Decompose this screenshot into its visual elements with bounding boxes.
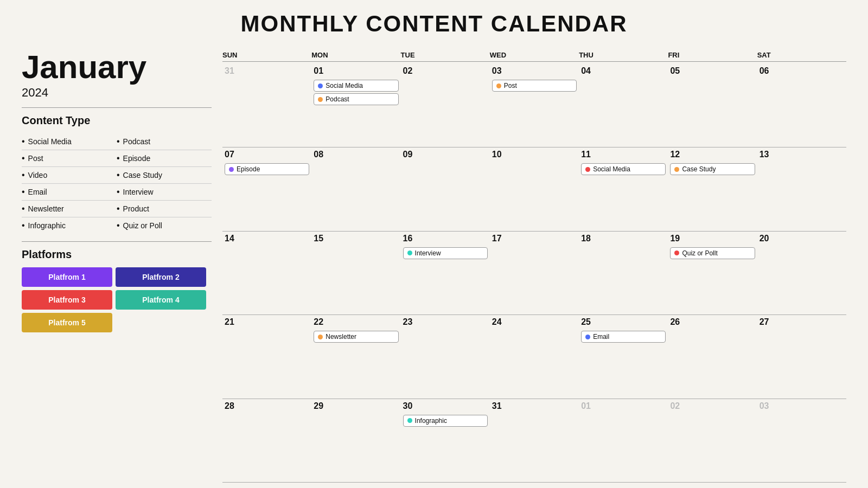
calendar-grid: 3101Social MediaPodcast0203Post04050607E… [222, 64, 846, 483]
platforms-heading: Platforms [22, 248, 212, 261]
calendar-date: 29 [314, 401, 398, 411]
calendar-cell: 28 [222, 399, 311, 483]
content-type-label: Email [28, 188, 47, 196]
calendar-day-header: THU [579, 51, 668, 62]
calendar-date: 02 [403, 66, 488, 76]
platform-button-1[interactable]: Platfrom 1 [22, 267, 112, 287]
content-type-grid: •Social Media•Post•Video•Email•Newslette… [22, 133, 212, 234]
content-col-2: •Podcast•Episode•Case Study•Interview•Pr… [117, 133, 212, 234]
calendar-date: 01 [581, 401, 666, 411]
event-dot-icon [674, 251, 679, 255]
event-dot-icon [674, 167, 679, 172]
content-type-label: Video [28, 171, 48, 179]
event-label: Interview [415, 249, 441, 257]
event-badge: Infographic [403, 415, 488, 427]
calendar-date: 10 [492, 150, 577, 159]
divider-1 [22, 107, 212, 108]
event-badge: Interview [403, 247, 488, 259]
content-type-item: •Case Study [117, 167, 212, 184]
event-label: Quiz or Pollt [682, 249, 717, 257]
calendar-cell: 21 [222, 315, 311, 399]
calendar-date: 26 [670, 317, 755, 327]
calendar-date: 25 [581, 317, 666, 327]
calendar-date: 20 [760, 234, 844, 243]
event-dot-icon [585, 167, 590, 172]
calendar-date: 05 [670, 66, 755, 76]
event-dot-icon [318, 335, 323, 339]
bullet-icon: • [117, 221, 120, 230]
year: 2024 [22, 86, 212, 100]
content-type-item: •Post [22, 150, 117, 167]
calendar-date: 15 [314, 234, 398, 243]
content-type-item: •Podcast [117, 133, 212, 150]
calendar-date: 23 [403, 317, 488, 327]
calendar-day-header: TUE [401, 51, 490, 62]
page: MONTHLY CONTENT CALENDAR January 2024 Co… [0, 0, 868, 488]
calendar-day-header: WED [490, 51, 579, 62]
calendar-day-header: FRI [668, 51, 757, 62]
platform-button-2[interactable]: Platfrom 2 [116, 267, 206, 287]
calendar-cell: 29 [311, 399, 400, 483]
content-type-item: •Video [22, 167, 117, 184]
event-label: Episode [237, 165, 260, 173]
calendar-date: 28 [225, 401, 309, 411]
calendar-cell: 05 [668, 64, 757, 147]
content-type-label: Interview [123, 188, 154, 196]
calendar-cell: 01Social MediaPodcast [311, 64, 400, 147]
calendar-cell: 20 [757, 232, 846, 315]
calendar-day-header: SUN [222, 51, 311, 62]
event-dot-icon [407, 418, 412, 423]
calendar-cell: 23 [401, 315, 490, 399]
calendar-cell: 15 [311, 232, 400, 315]
platform-button-5[interactable]: Platfrom 5 [22, 313, 112, 332]
content-type-label: Episode [123, 154, 151, 163]
calendar-cell: 31 [490, 399, 579, 483]
content-type-label: Product [123, 204, 149, 213]
content-type-item: •Infographic [22, 217, 117, 234]
calendar-date: 03 [492, 66, 577, 76]
calendar-cell: 18 [579, 232, 668, 315]
calendar-date: 22 [314, 317, 398, 327]
event-badge: Quiz or Pollt [670, 247, 755, 259]
content-type-item: •Email [22, 184, 117, 201]
content-type-label: Social Media [28, 137, 72, 146]
event-label: Newsletter [326, 333, 356, 341]
calendar-cell: 02 [668, 399, 757, 483]
calendar-cell: 10 [490, 147, 579, 231]
content-type-label: Case Study [123, 171, 162, 179]
bullet-icon: • [22, 187, 25, 197]
calendar-cell: 19Quiz or Pollt [668, 232, 757, 315]
platform-button-3[interactable]: Platfrom 3 [22, 290, 112, 310]
event-dot-icon [585, 335, 590, 339]
calendar-date: 17 [492, 234, 577, 243]
calendar-cell: 01 [579, 399, 668, 483]
calendar-date: 06 [760, 66, 844, 76]
calendar-date: 30 [403, 401, 488, 411]
calendar-cell: 06 [757, 64, 846, 147]
bullet-icon: • [117, 170, 120, 180]
calendar-date: 01 [314, 66, 398, 76]
content-type-item: •Social Media [22, 133, 117, 150]
bullet-icon: • [117, 137, 120, 146]
calendar-date: 11 [581, 150, 666, 159]
event-label: Podcast [326, 95, 349, 103]
calendar-header: SUNMONTUEWEDTHUFRISAT [222, 51, 846, 62]
calendar-cell: 14 [222, 232, 311, 315]
bullet-icon: • [22, 170, 25, 180]
event-badge: Post [492, 80, 577, 92]
content-type-label: Newsletter [28, 204, 64, 213]
platform-button-4[interactable]: Platfrom 4 [116, 290, 206, 310]
calendar: SUNMONTUEWEDTHUFRISAT 3101Social MediaPo… [222, 46, 846, 483]
calendar-cell: 08 [311, 147, 400, 231]
calendar-cell: 12Case Study [668, 147, 757, 231]
event-label: Post [504, 82, 517, 89]
calendar-date: 04 [581, 66, 666, 76]
bullet-icon: • [117, 187, 120, 197]
calendar-cell: 31 [222, 64, 311, 147]
event-dot-icon [318, 97, 323, 102]
divider-2 [22, 241, 212, 242]
bullet-icon: • [22, 153, 25, 163]
sidebar: January 2024 Content Type •Social Media•… [22, 46, 222, 483]
platform-grid: Platfrom 1Platfrom 2Platfrom 3Platfrom 4… [22, 267, 206, 332]
calendar-cell: 25Email [579, 315, 668, 399]
